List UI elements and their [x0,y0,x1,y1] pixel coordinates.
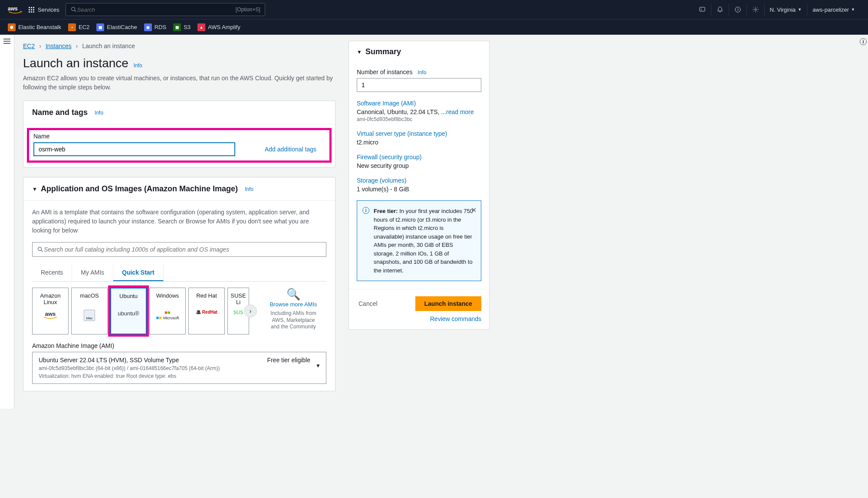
account-selector[interactable]: aws-parcelizer [807,3,860,16]
name-label: Name [33,133,325,140]
panel-title: Application and OS Images (Amazon Machin… [41,184,238,193]
caret-down-icon[interactable]: ▼ [357,49,362,55]
hamburger-icon[interactable] [0,38,14,46]
search-icon [70,6,77,13]
top-nav: aws Services [Option+S] ? N. Virginia aw… [0,0,868,19]
add-tags-link[interactable]: Add additional tags [265,146,316,153]
ami-description: An AMI is a template that contains the s… [32,208,326,235]
grid-icon [29,7,34,13]
svg-text:?: ? [736,8,739,12]
read-more-link[interactable]: read more [446,108,474,115]
software-image-link[interactable]: Software Image (AMI) [357,100,481,107]
ami-panel: ▼ Application and OS Images (Amazon Mach… [23,177,335,391]
ami-meta: Virtualization: hvm ENA enabled: true Ro… [39,373,320,379]
svg-rect-3 [700,7,705,11]
svg-text:aws: aws [8,6,18,12]
ami-search[interactable] [32,242,326,257]
svg-point-6 [755,9,756,10]
caret-down-icon[interactable]: ▼ [32,186,37,192]
instance-type-value: t2.micro [357,139,481,146]
num-instances-input[interactable] [357,78,481,92]
page-subtitle: Amazon EC2 allows you to create virtual … [23,74,335,92]
search-icon: 🔍 [267,288,319,301]
os-card-ubuntu[interactable]: Ubuntu ubuntu® [110,288,147,334]
ami-search-input[interactable] [44,246,322,253]
shortcut-elasticache[interactable]: ▦ElastiCache [96,23,137,31]
summary-panel: ▼ Summary Number of instances Info Softw… [349,41,490,330]
browse-more-amis[interactable]: 🔍 Browse more AMIs Including AMIs from A… [267,288,319,334]
service-shortcuts: ⬢Elastic Beanstalk ▪EC2 ▦ElastiCache ◉RD… [0,19,868,35]
os-card-macos[interactable]: macOS Mac [71,288,108,334]
svg-point-1 [72,7,75,11]
aws-logo[interactable]: aws [8,5,23,14]
shortcut-s3[interactable]: ▣S3 [173,23,191,31]
os-selection-row: Amazon Linux aws macOS Mac Ubuntu ubuntu… [32,288,326,334]
browse-more-sub: Including AMIs from AWS, Marketplace and… [267,310,319,331]
scroll-right-button[interactable]: › [244,305,257,318]
storage-value: 1 volume(s) - 8 GiB [357,186,481,193]
page-title: Launch an instance [23,56,128,70]
svg-text:aws: aws [45,311,56,317]
ami-select-label: Amazon Machine Image (AMI) [32,342,326,349]
chevron-right-icon: › [76,43,78,49]
ami-meta: ami-0fc5d935ebf8bc3bc (64-bit (x86)) / a… [39,365,320,371]
info-link[interactable]: Info [418,69,426,75]
close-icon[interactable]: ✕ [471,205,477,216]
name-highlight: Name Add additional tags [27,128,332,163]
free-tier-label: Free tier: [374,208,398,214]
svg-point-10 [38,247,42,251]
region-selector[interactable]: N. Virginia [764,3,807,16]
ami-tabs: Recents My AMIs Quick Start [32,265,326,282]
breadcrumb-ec2[interactable]: EC2 [23,43,35,49]
info-link[interactable]: Info [95,110,103,116]
global-search[interactable]: [Option+S] [66,3,265,16]
software-image-id: ami-0fc5d935ebf8bc3bc [357,116,481,122]
summary-footer: Cancel Launch instance Review commands [349,289,489,329]
left-rail [0,35,14,409]
search-input[interactable] [77,7,236,13]
shortcut-amplify[interactable]: ▲AWS Amplify [197,23,240,31]
tab-recents[interactable]: Recents [32,265,72,281]
firewall-value: New security group [357,162,481,169]
cancel-button[interactable]: Cancel [357,297,379,311]
settings-icon[interactable] [746,3,764,16]
services-button[interactable]: Services [29,7,59,13]
summary-title: Summary [365,47,401,56]
info-link[interactable]: Info [245,186,253,192]
num-instances-label: Number of instances [357,69,412,75]
help-icon[interactable]: ? [729,3,746,16]
os-card-windows[interactable]: Windows ■■■■ Microsoft [149,288,186,334]
instance-type-link[interactable]: Virtual server type (instance type) [357,130,481,137]
os-card-amazon-linux[interactable]: Amazon Linux aws [32,288,69,334]
search-shortcut: [Option+S] [236,7,260,13]
tab-my-amis[interactable]: My AMIs [72,265,113,281]
review-commands-link[interactable]: Review commands [430,315,481,322]
launch-instance-button[interactable]: Launch instance [415,296,481,311]
os-card-redhat[interactable]: Red Hat 🎩 RedHat [188,288,225,334]
cloudshell-icon[interactable] [694,3,711,16]
breadcrumb: EC2 › Instances › Launch an instance [23,43,335,49]
right-rail: i [858,35,868,409]
svg-line-2 [75,10,76,12]
ami-select-dropdown[interactable]: Ubuntu Server 22.04 LTS (HVM), SSD Volum… [32,352,326,384]
shortcut-ec2[interactable]: ▪EC2 [68,23,89,31]
info-icon: i [362,207,369,214]
info-link[interactable]: Info [134,62,142,69]
notifications-icon[interactable] [711,3,729,16]
info-icon[interactable]: i [860,38,867,45]
main-content: EC2 › Instances › Launch an instance Lau… [14,35,344,409]
software-image-value: Canonical, Ubuntu, 22.04 LTS, ...read mo… [357,108,481,115]
shortcut-rds[interactable]: ◉RDS [144,23,166,31]
free-tier-text: In your first year includes 750 hours of… [374,208,473,274]
name-and-tags-panel: Name and tags Info Name Add additional t… [23,101,335,167]
storage-link[interactable]: Storage (volumes) [357,177,481,184]
browse-more-link[interactable]: Browse more AMIs [270,301,317,308]
topnav-right: ? N. Virginia aws-parcelizer [694,3,860,16]
firewall-link[interactable]: Firewall (security group) [357,154,481,161]
services-label: Services [38,7,59,13]
breadcrumb-current: Launch an instance [82,43,135,49]
tab-quick-start[interactable]: Quick Start [113,265,164,281]
breadcrumb-instances[interactable]: Instances [46,43,72,49]
instance-name-input[interactable] [33,142,235,156]
shortcut-elastic-beanstalk[interactable]: ⬢Elastic Beanstalk [8,23,61,31]
